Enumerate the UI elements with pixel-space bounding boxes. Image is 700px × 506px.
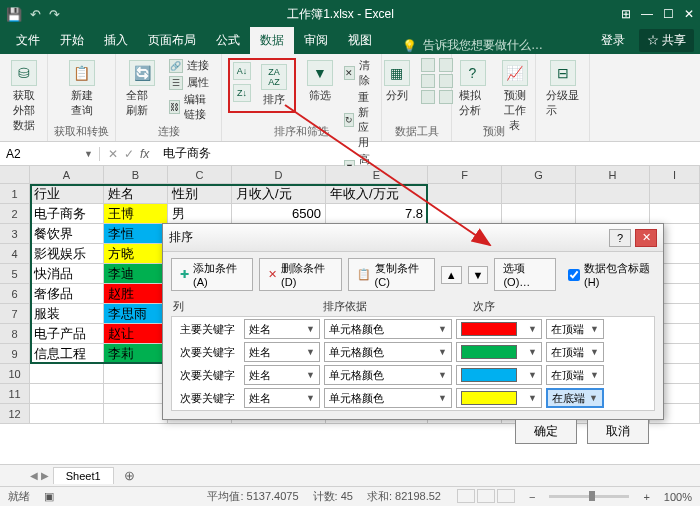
col-header[interactable]: D [232, 166, 326, 183]
cell[interactable]: 行业 [30, 184, 104, 204]
maximize-icon[interactable]: ☐ [663, 7, 674, 21]
col-header[interactable]: I [650, 166, 700, 183]
sort-on-select[interactable]: 单元格颜色▼ [324, 342, 452, 362]
has-header-checkbox[interactable]: 数据包含标题(H) [568, 261, 655, 288]
ok-button[interactable]: 确定 [515, 419, 577, 444]
row-header[interactable]: 6 [0, 284, 30, 304]
cell[interactable] [650, 184, 700, 204]
row-header[interactable]: 11 [0, 384, 30, 404]
col-header[interactable]: B [104, 166, 168, 183]
text-to-columns-button[interactable]: ▦分列 [379, 58, 415, 105]
outline-button[interactable]: ⊟分级显示 [542, 58, 583, 120]
col-header[interactable]: C [168, 166, 232, 183]
move-up-button[interactable]: ▲ [441, 266, 462, 284]
row-header[interactable]: 3 [0, 224, 30, 244]
cell[interactable]: 李莉 [104, 344, 168, 364]
tool-icon[interactable] [439, 90, 453, 104]
tell-me[interactable]: 💡告诉我您想要做什么… [382, 37, 591, 54]
cell[interactable]: 电子商务 [30, 204, 104, 224]
cell[interactable]: 赵胜 [104, 284, 168, 304]
color-select[interactable]: ▼ [456, 365, 542, 385]
cell[interactable]: 姓名 [104, 184, 168, 204]
tab-formula[interactable]: 公式 [206, 27, 250, 54]
move-down-button[interactable]: ▼ [468, 266, 489, 284]
row-header[interactable]: 10 [0, 364, 30, 384]
cell[interactable]: 影视娱乐 [30, 244, 104, 264]
cell[interactable]: 方晓 [104, 244, 168, 264]
cell[interactable] [30, 404, 104, 424]
close-icon[interactable]: ✕ [684, 7, 694, 21]
col-header[interactable]: F [428, 166, 502, 183]
sort-on-select[interactable]: 单元格颜色▼ [324, 365, 452, 385]
position-select[interactable]: 在顶端▼ [546, 365, 604, 385]
sheet-nav[interactable]: ◀ ▶ [30, 470, 49, 481]
col-header[interactable]: H [576, 166, 650, 183]
field-select[interactable]: 姓名▼ [244, 319, 320, 339]
edit-links-button[interactable]: ⛓编辑链接 [169, 92, 215, 122]
cell[interactable]: 电子产品 [30, 324, 104, 344]
cell[interactable]: 6500 [232, 204, 326, 224]
col-header[interactable]: G [502, 166, 576, 183]
cell[interactable] [502, 184, 576, 204]
sort-on-select[interactable]: 单元格颜色▼ [324, 388, 452, 408]
options-button[interactable]: 选项(O)… [494, 258, 556, 291]
cell[interactable]: 性别 [168, 184, 232, 204]
row-header[interactable]: 7 [0, 304, 30, 324]
cell[interactable] [104, 404, 168, 424]
login-link[interactable]: 登录 [591, 27, 635, 54]
redo-icon[interactable]: ↷ [49, 7, 60, 22]
field-select[interactable]: 姓名▼ [244, 342, 320, 362]
delete-level-button[interactable]: ✕删除条件(D) [259, 258, 342, 291]
color-select[interactable]: ▼ [456, 319, 542, 339]
cell[interactable]: 男 [168, 204, 232, 224]
tab-data[interactable]: 数据 [250, 27, 294, 54]
field-select[interactable]: 姓名▼ [244, 388, 320, 408]
name-box[interactable]: A2▼ [0, 147, 100, 161]
color-select[interactable]: ▼ [456, 388, 542, 408]
minimize-icon[interactable]: — [641, 7, 653, 21]
cancel-icon[interactable]: ✕ [108, 147, 118, 161]
cell[interactable]: 赵让 [104, 324, 168, 344]
cell[interactable] [576, 204, 650, 224]
tab-home[interactable]: 开始 [50, 27, 94, 54]
sort-desc-button[interactable]: Z↓ [232, 84, 252, 102]
cell[interactable]: 信息工程 [30, 344, 104, 364]
cell[interactable]: 服装 [30, 304, 104, 324]
tool-icon[interactable] [421, 74, 435, 88]
ribbon-options-icon[interactable]: ⊞ [621, 7, 631, 21]
chevron-down-icon[interactable]: ▼ [84, 149, 93, 159]
tab-file[interactable]: 文件 [6, 27, 50, 54]
row-header[interactable]: 1 [0, 184, 30, 204]
undo-icon[interactable]: ↶ [30, 7, 41, 22]
zoom-slider[interactable] [549, 495, 629, 498]
get-external-data-button[interactable]: ⛁获取 外部数据 [6, 58, 42, 135]
row-header[interactable]: 12 [0, 404, 30, 424]
sort-button[interactable]: ZAAZ排序 [256, 62, 292, 109]
cell[interactable] [428, 184, 502, 204]
add-level-button[interactable]: ✚添加条件(A) [171, 258, 253, 291]
record-macro-icon[interactable]: ▣ [44, 490, 54, 503]
share-button[interactable]: ☆ 共享 [639, 29, 694, 52]
cell[interactable] [104, 384, 168, 404]
refresh-all-button[interactable]: 🔄全部刷新 [122, 58, 163, 120]
close-button[interactable]: ✕ [635, 229, 657, 247]
filter-button[interactable]: ▼筛选 [302, 58, 338, 105]
cell[interactable]: 月收入/元 [232, 184, 326, 204]
position-select[interactable]: 在顶端▼ [546, 319, 604, 339]
enter-icon[interactable]: ✓ [124, 147, 134, 161]
sheet-tab[interactable]: Sheet1 [53, 467, 114, 484]
row-header[interactable]: 9 [0, 344, 30, 364]
cell[interactable] [104, 364, 168, 384]
tool-icon[interactable] [439, 58, 453, 72]
cell[interactable]: 年收入/万元 [326, 184, 428, 204]
sort-asc-button[interactable]: A↓ [232, 62, 252, 80]
col-header[interactable]: A [30, 166, 104, 183]
col-header[interactable]: E [326, 166, 428, 183]
position-select[interactable]: 在底端▼ [546, 388, 604, 408]
properties-button[interactable]: ☰属性 [169, 75, 215, 90]
cell[interactable]: 7.8 [326, 204, 428, 224]
row-header[interactable]: 4 [0, 244, 30, 264]
cell[interactable] [576, 184, 650, 204]
field-select[interactable]: 姓名▼ [244, 365, 320, 385]
position-select[interactable]: 在顶端▼ [546, 342, 604, 362]
